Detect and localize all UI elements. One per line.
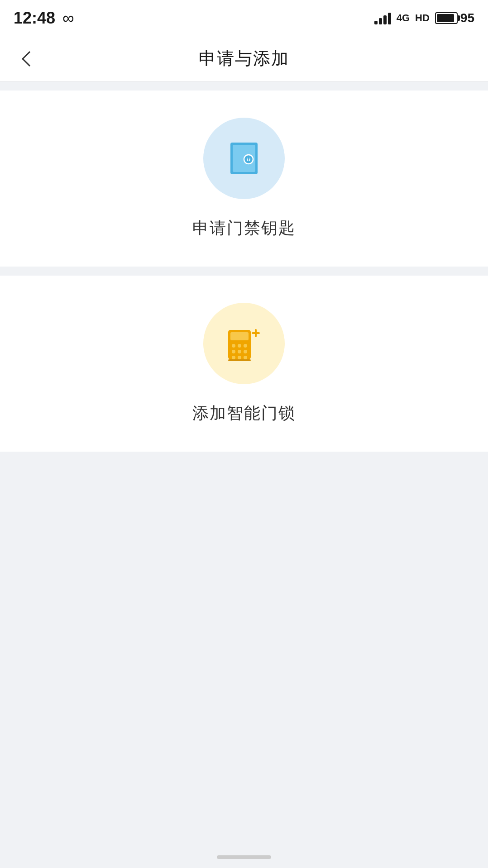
apply-key-card[interactable]: 申请门禁钥匙 xyxy=(0,91,488,267)
svg-rect-5 xyxy=(248,158,249,161)
svg-rect-18 xyxy=(255,329,257,337)
add-lock-label: 添加智能门锁 xyxy=(192,402,296,424)
add-lock-icon-circle xyxy=(203,303,285,384)
status-bar-right: 4G HD 95 xyxy=(374,11,474,25)
status-infinite: ∞ xyxy=(62,9,74,28)
battery-percent: 95 xyxy=(460,11,474,25)
status-bar: 12:48 ∞ 4G HD 95 xyxy=(0,0,488,36)
status-bar-left: 12:48 ∞ xyxy=(14,9,74,28)
svg-point-8 xyxy=(232,344,235,348)
svg-point-12 xyxy=(238,350,241,353)
back-arrow-icon xyxy=(22,51,37,67)
svg-rect-7 xyxy=(230,332,249,340)
battery-container: 95 xyxy=(435,11,474,25)
signal-icon xyxy=(374,12,391,24)
svg-point-10 xyxy=(244,344,247,348)
svg-point-14 xyxy=(232,356,235,359)
hd-icon: HD xyxy=(415,12,430,24)
svg-point-11 xyxy=(232,350,235,353)
status-time: 12:48 xyxy=(14,9,55,28)
svg-point-13 xyxy=(244,350,247,353)
apply-key-icon-circle xyxy=(203,118,285,199)
svg-rect-19 xyxy=(228,359,251,361)
main-content: 申请门禁钥匙 xyxy=(0,81,488,470)
signal-type: 4G xyxy=(397,12,410,24)
bottom-indicator xyxy=(217,855,271,859)
svg-point-15 xyxy=(238,356,241,359)
back-button[interactable] xyxy=(14,45,41,72)
battery-icon xyxy=(435,12,458,24)
apply-key-label: 申请门禁钥匙 xyxy=(192,217,296,239)
svg-point-9 xyxy=(238,344,241,348)
add-lock-card[interactable]: 添加智能门锁 xyxy=(0,276,488,452)
page-title: 申请与添加 xyxy=(199,47,289,70)
smart-lock-icon xyxy=(224,323,264,364)
svg-point-16 xyxy=(244,356,247,359)
door-key-icon xyxy=(224,138,264,179)
nav-bar: 申请与添加 xyxy=(0,36,488,81)
battery-fill xyxy=(437,14,454,22)
